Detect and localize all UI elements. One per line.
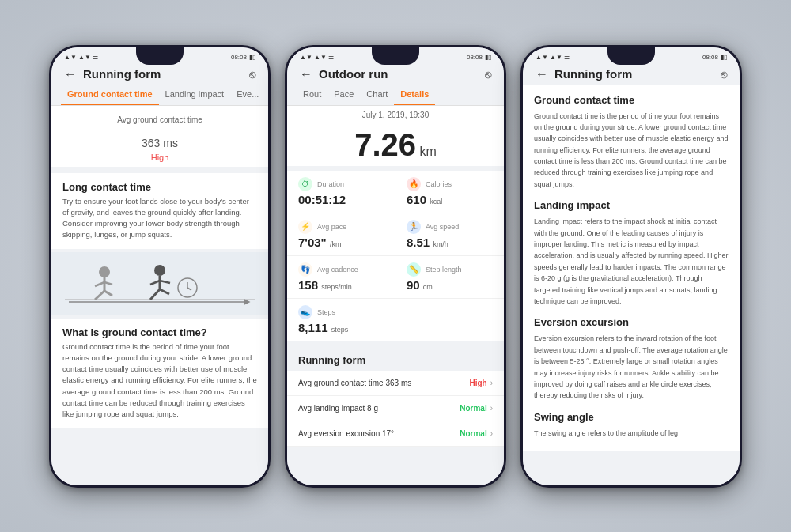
signal-icons-2: ▲▼ ▲▼ ☰ xyxy=(300,54,334,61)
speed-icon: 🏃 xyxy=(407,220,421,234)
content-1: Avg ground contact time 363 ms High Long… xyxy=(51,106,268,485)
form-row-eversion[interactable]: Avg eversion excursion 17° Normal › xyxy=(287,421,504,447)
time-battery-2: 08:08 ▮▯ xyxy=(467,54,491,61)
stats-grid: ⏱ Duration 00:51:12 🔥 Calories 610 kcal xyxy=(287,171,504,341)
signal-bars-1: ▲▼ ▲▼ xyxy=(64,54,91,61)
running-form-title: Running form xyxy=(287,346,504,371)
landing-badge: Normal xyxy=(460,404,486,413)
stat-avg-speed: 🏃 Avg speed 8.51 km/h xyxy=(396,213,504,256)
what-is-title: What is ground contact time? xyxy=(62,326,257,338)
step-length-label: Step length xyxy=(426,266,462,274)
battery-icon-2: ▮▯ xyxy=(485,54,491,61)
runner-svg xyxy=(65,256,255,311)
gct-label: Avg ground contact time 363 ms xyxy=(298,379,411,387)
battery-icon-1: ▮▯ xyxy=(249,54,255,61)
tab-chart[interactable]: Chart xyxy=(360,85,394,105)
svg-line-10 xyxy=(160,289,169,294)
doc-text-gct: Ground contact time is the period of tim… xyxy=(534,111,729,191)
time-battery-3: 08:08 ▮▯ xyxy=(702,54,727,61)
run-distance-unit: km xyxy=(419,145,436,158)
what-is-card: What is ground contact time? Ground cont… xyxy=(51,319,268,428)
svg-line-3 xyxy=(95,291,104,300)
duration-label: Duration xyxy=(317,180,344,188)
cadence-value: 158 steps/min xyxy=(298,278,384,292)
time-1: 08:08 xyxy=(231,54,247,61)
doc-title-gct: Ground contact time xyxy=(534,94,729,106)
pace-label: Avg pace xyxy=(317,223,346,231)
phone-1: ▲▼ ▲▼ ☰ 08:08 ▮▯ ← Running form ⎋ Ground… xyxy=(49,45,271,488)
app-header-3: ← Running form ⎋ xyxy=(523,62,740,85)
speed-label: Avg speed xyxy=(426,223,459,231)
svg-line-9 xyxy=(150,289,160,300)
tab-ground-contact[interactable]: Ground contact time xyxy=(61,85,159,105)
run-distance-value: 7.26 xyxy=(354,127,416,162)
doc-title-eversion: Eversion excursion xyxy=(534,316,729,328)
tabs-1: Ground contact time Landing impact Eve..… xyxy=(51,85,268,106)
tabs-2: Rout Pace Chart Details xyxy=(287,85,504,106)
speed-value: 8.51 km/h xyxy=(407,236,493,249)
stat-avg-pace: ⚡ Avg pace 7'03" /km xyxy=(287,213,396,256)
back-button-3[interactable]: ← xyxy=(536,67,548,81)
back-button-2[interactable]: ← xyxy=(300,67,312,81)
notch-1 xyxy=(136,47,184,65)
tab-eversion[interactable]: Eve... xyxy=(230,85,265,105)
svg-line-4 xyxy=(104,291,112,296)
settings-icon-3[interactable]: ⎋ xyxy=(721,68,727,81)
phones-container: ▲▼ ▲▼ ☰ 08:08 ▮▯ ← Running form ⎋ Ground… xyxy=(49,45,742,488)
doc-text-eversion: Eversion excursion refers to the inward … xyxy=(534,333,729,401)
content-3: Ground contact time Ground contact time … xyxy=(523,85,740,485)
calories-label: Calories xyxy=(426,180,452,188)
doc-title-swing: Swing angle xyxy=(534,411,729,423)
signal-bars-2: ▲▼ ▲▼ ☰ xyxy=(300,54,334,61)
settings-icon-1[interactable]: ⎋ xyxy=(249,68,255,81)
duration-icon: ⏱ xyxy=(298,177,312,191)
tab-rout[interactable]: Rout xyxy=(297,85,327,105)
metric-header-1: Avg ground contact time 363 ms High xyxy=(51,106,268,167)
duration-value: 00:51:12 xyxy=(298,193,384,206)
run-distance: 7.26 km xyxy=(287,124,504,166)
tab-details[interactable]: Details xyxy=(394,85,435,105)
tab-landing-impact[interactable]: Landing impact xyxy=(159,85,231,105)
long-contact-text: Try to ensure your foot lands close to y… xyxy=(62,196,257,241)
eversion-badge: Normal xyxy=(460,429,486,438)
app-title-1: Running form xyxy=(83,67,161,81)
eversion-label: Avg eversion excursion 17° xyxy=(298,429,394,438)
notch-3 xyxy=(607,47,655,65)
what-is-text: Ground contact time is the period of tim… xyxy=(62,341,257,421)
app-title-3: Running form xyxy=(554,67,632,81)
svg-line-15 xyxy=(187,288,191,290)
pace-icon: ⚡ xyxy=(298,220,312,234)
form-row-landing[interactable]: Avg landing impact 8 g Normal › xyxy=(287,396,504,421)
signal-bars-3: ▲▼ ▲▼ ☰ xyxy=(536,54,570,61)
app-title-2: Outdoor run xyxy=(319,67,388,81)
doc-text-swing: The swing angle refers to the amplitude … xyxy=(534,428,729,439)
step-length-icon: 📏 xyxy=(407,262,421,277)
metric-value-1: 363 ms xyxy=(64,126,255,151)
landing-chevron: › xyxy=(490,404,493,413)
svg-point-1 xyxy=(99,266,110,277)
steps-value: 8,111 steps xyxy=(298,321,384,334)
step-length-value: 90 cm xyxy=(407,278,493,292)
run-date: July 1, 2019, 19:30 xyxy=(287,106,504,124)
landing-label: Avg landing impact 8 g xyxy=(298,404,378,413)
form-row-gct[interactable]: Avg ground contact time 363 ms High › xyxy=(287,371,504,396)
time-3: 08:08 xyxy=(702,54,718,61)
running-illustration xyxy=(51,252,268,315)
stat-calories: 🔥 Calories 610 kcal xyxy=(396,171,504,213)
wifi-icon-1: ☰ xyxy=(93,54,98,61)
app-header-2: ← Outdoor run ⎋ xyxy=(287,62,504,85)
battery-icon-3: ▮▯ xyxy=(721,54,727,61)
settings-icon-2[interactable]: ⎋ xyxy=(485,68,491,81)
eversion-chevron: › xyxy=(490,429,493,438)
back-button-1[interactable]: ← xyxy=(64,67,77,81)
time-2: 08:08 xyxy=(467,54,483,61)
calories-icon: 🔥 xyxy=(407,177,421,191)
long-contact-title: Long contact time xyxy=(62,181,257,193)
cadence-label: Avg cadence xyxy=(317,266,358,274)
gct-badge: High xyxy=(469,379,486,387)
stat-avg-cadence: 👣 Avg cadence 158 steps/min xyxy=(287,256,396,299)
steps-label: Steps xyxy=(317,308,335,316)
tab-pace[interactable]: Pace xyxy=(327,85,360,105)
content-2: July 1, 2019, 19:30 7.26 km ⏱ Duration 0… xyxy=(287,106,504,485)
stat-steps: 👟 Steps 8,111 steps xyxy=(287,299,396,341)
